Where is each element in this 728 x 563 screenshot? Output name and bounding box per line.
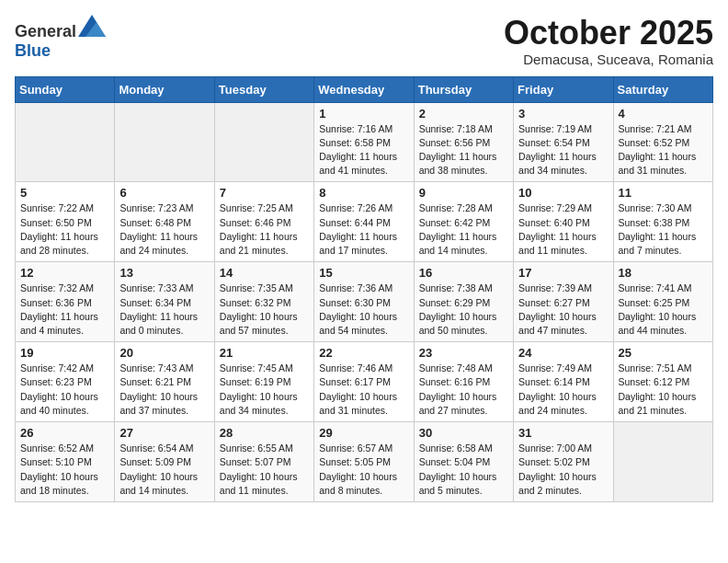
day-number: 4 xyxy=(619,107,708,121)
daylight-text: Daylight: 11 hours and 34 minutes. xyxy=(518,151,597,176)
sunset-text: Sunset: 6:38 PM xyxy=(619,217,690,228)
day-number: 30 xyxy=(419,426,508,440)
sunset-text: Sunset: 5:09 PM xyxy=(119,456,191,467)
daylight-text: Daylight: 11 hours and 28 minutes. xyxy=(20,231,98,256)
weekday-header-saturday: Saturday xyxy=(613,76,712,102)
day-info: Sunrise: 7:38 AMSunset: 6:29 PMDaylight:… xyxy=(419,282,508,338)
calendar-cell: 25Sunrise: 7:51 AMSunset: 6:12 PMDayligh… xyxy=(613,342,712,422)
day-info: Sunrise: 7:39 AMSunset: 6:27 PMDaylight:… xyxy=(518,282,608,338)
calendar-cell: 31Sunrise: 7:00 AMSunset: 5:02 PMDayligh… xyxy=(514,422,613,502)
sunrise-text: Sunrise: 7:43 AM xyxy=(119,362,193,373)
day-number: 15 xyxy=(319,266,408,280)
day-info: Sunrise: 7:23 AMSunset: 6:48 PMDaylight:… xyxy=(119,201,209,258)
calendar-week-1: 1Sunrise: 7:16 AMSunset: 6:58 PMDaylight… xyxy=(16,102,713,182)
day-number: 3 xyxy=(518,107,608,121)
sunset-text: Sunset: 6:40 PM xyxy=(518,217,590,228)
day-number: 25 xyxy=(619,346,708,360)
day-info: Sunrise: 7:22 AMSunset: 6:50 PMDaylight:… xyxy=(20,201,109,258)
logo-blue: Blue xyxy=(15,41,51,60)
calendar-cell: 13Sunrise: 7:33 AMSunset: 6:34 PMDayligh… xyxy=(115,262,214,342)
calendar-header: SundayMondayTuesdayWednesdayThursdayFrid… xyxy=(16,76,713,102)
day-number: 8 xyxy=(319,186,408,200)
calendar-cell: 17Sunrise: 7:39 AMSunset: 6:27 PMDayligh… xyxy=(514,262,613,342)
day-info: Sunrise: 7:45 AMSunset: 6:19 PMDaylight:… xyxy=(220,362,309,418)
daylight-text: Daylight: 10 hours and 27 minutes. xyxy=(419,391,497,416)
sunrise-text: Sunrise: 7:39 AM xyxy=(518,282,592,293)
sunset-text: Sunset: 6:30 PM xyxy=(319,297,391,308)
daylight-text: Daylight: 10 hours and 34 minutes. xyxy=(220,391,298,416)
calendar-cell: 2Sunrise: 7:18 AMSunset: 6:56 PMDaylight… xyxy=(414,102,513,182)
sunset-text: Sunset: 6:16 PM xyxy=(419,376,491,387)
day-number: 11 xyxy=(619,186,708,200)
daylight-text: Daylight: 11 hours and 17 minutes. xyxy=(319,231,397,256)
day-info: Sunrise: 7:00 AMSunset: 5:02 PMDaylight:… xyxy=(518,442,608,498)
calendar-cell: 26Sunrise: 6:52 AMSunset: 5:10 PMDayligh… xyxy=(16,422,115,502)
sunrise-text: Sunrise: 7:38 AM xyxy=(419,282,493,293)
calendar-cell: 4Sunrise: 7:21 AMSunset: 6:52 PMDaylight… xyxy=(613,102,712,182)
daylight-text: Daylight: 10 hours and 47 minutes. xyxy=(518,311,597,336)
sunrise-text: Sunrise: 7:22 AM xyxy=(20,202,94,213)
sunset-text: Sunset: 6:14 PM xyxy=(518,376,590,387)
sunrise-text: Sunrise: 7:45 AM xyxy=(220,362,293,373)
sunset-text: Sunset: 6:17 PM xyxy=(319,376,391,387)
daylight-text: Daylight: 11 hours and 24 minutes. xyxy=(119,231,198,256)
calendar-cell: 9Sunrise: 7:28 AMSunset: 6:42 PMDaylight… xyxy=(414,182,513,262)
sunset-text: Sunset: 6:50 PM xyxy=(20,217,92,228)
sunrise-text: Sunrise: 7:18 AM xyxy=(419,123,493,134)
calendar-cell: 29Sunrise: 6:57 AMSunset: 5:05 PMDayligh… xyxy=(314,422,414,502)
sunrise-text: Sunrise: 7:46 AM xyxy=(319,362,392,373)
day-number: 2 xyxy=(419,107,508,121)
sunset-text: Sunset: 6:21 PM xyxy=(119,376,191,387)
calendar-cell: 20Sunrise: 7:43 AMSunset: 6:21 PMDayligh… xyxy=(115,342,214,422)
weekday-header-sunday: Sunday xyxy=(16,76,115,102)
day-number: 6 xyxy=(119,186,209,200)
sunrise-text: Sunrise: 7:30 AM xyxy=(619,202,692,213)
day-number: 12 xyxy=(20,266,109,280)
sunrise-text: Sunrise: 6:58 AM xyxy=(419,442,493,454)
calendar-table: SundayMondayTuesdayWednesdayThursdayFrid… xyxy=(15,76,713,502)
sunset-text: Sunset: 6:54 PM xyxy=(518,137,590,148)
daylight-text: Daylight: 10 hours and 37 minutes. xyxy=(119,391,198,416)
location-subtitle: Demacusa, Suceava, Romania xyxy=(504,52,713,67)
sunrise-text: Sunrise: 7:51 AM xyxy=(619,362,692,373)
daylight-text: Daylight: 11 hours and 21 minutes. xyxy=(220,231,298,256)
daylight-text: Daylight: 11 hours and 7 minutes. xyxy=(619,231,697,256)
day-number: 9 xyxy=(419,186,508,200)
calendar-cell: 16Sunrise: 7:38 AMSunset: 6:29 PMDayligh… xyxy=(414,262,513,342)
daylight-text: Daylight: 11 hours and 11 minutes. xyxy=(518,231,597,256)
day-number: 20 xyxy=(119,346,209,360)
sunset-text: Sunset: 6:44 PM xyxy=(319,217,391,228)
daylight-text: Daylight: 10 hours and 11 minutes. xyxy=(220,471,298,496)
day-info: Sunrise: 7:36 AMSunset: 6:30 PMDaylight:… xyxy=(319,282,408,338)
calendar-cell: 11Sunrise: 7:30 AMSunset: 6:38 PMDayligh… xyxy=(613,182,712,262)
calendar-cell: 6Sunrise: 7:23 AMSunset: 6:48 PMDaylight… xyxy=(115,182,214,262)
sunrise-text: Sunrise: 7:16 AM xyxy=(319,123,392,134)
day-info: Sunrise: 7:49 AMSunset: 6:14 PMDaylight:… xyxy=(518,362,608,418)
day-number: 17 xyxy=(518,266,608,280)
daylight-text: Daylight: 10 hours and 24 minutes. xyxy=(518,391,597,416)
calendar-week-2: 5Sunrise: 7:22 AMSunset: 6:50 PMDaylight… xyxy=(16,182,713,262)
day-info: Sunrise: 7:32 AMSunset: 6:36 PMDaylight:… xyxy=(20,282,109,338)
calendar-cell: 10Sunrise: 7:29 AMSunset: 6:40 PMDayligh… xyxy=(514,182,613,262)
calendar-week-3: 12Sunrise: 7:32 AMSunset: 6:36 PMDayligh… xyxy=(16,262,713,342)
day-info: Sunrise: 7:25 AMSunset: 6:46 PMDaylight:… xyxy=(220,201,309,258)
daylight-text: Daylight: 10 hours and 18 minutes. xyxy=(20,471,98,496)
calendar-week-4: 19Sunrise: 7:42 AMSunset: 6:23 PMDayligh… xyxy=(16,342,713,422)
day-info: Sunrise: 6:54 AMSunset: 5:09 PMDaylight:… xyxy=(119,442,209,498)
logo-general: General xyxy=(15,22,76,40)
daylight-text: Daylight: 11 hours and 4 minutes. xyxy=(20,311,98,336)
day-number: 31 xyxy=(518,426,608,440)
sunset-text: Sunset: 6:42 PM xyxy=(419,217,491,228)
day-number: 14 xyxy=(220,266,309,280)
calendar-body: 1Sunrise: 7:16 AMSunset: 6:58 PMDaylight… xyxy=(16,102,713,501)
sunrise-text: Sunrise: 6:52 AM xyxy=(20,442,94,454)
sunrise-text: Sunrise: 7:00 AM xyxy=(518,442,592,454)
day-info: Sunrise: 7:28 AMSunset: 6:42 PMDaylight:… xyxy=(419,201,508,258)
title-block: October 2025 Demacusa, Suceava, Romania xyxy=(504,15,713,67)
calendar-cell: 27Sunrise: 6:54 AMSunset: 5:09 PMDayligh… xyxy=(115,422,214,502)
day-info: Sunrise: 6:55 AMSunset: 5:07 PMDaylight:… xyxy=(220,442,309,498)
sunrise-text: Sunrise: 6:55 AM xyxy=(220,442,293,454)
sunset-text: Sunset: 6:58 PM xyxy=(319,137,391,148)
day-number: 18 xyxy=(619,266,708,280)
day-info: Sunrise: 7:48 AMSunset: 6:16 PMDaylight:… xyxy=(419,362,508,418)
